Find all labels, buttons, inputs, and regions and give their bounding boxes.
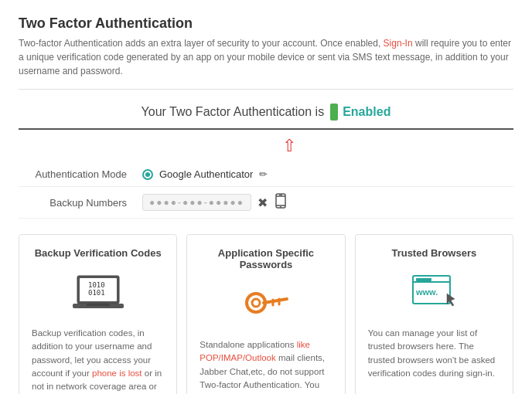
signin-link[interactable]: Sign-In (384, 38, 413, 49)
clear-icon[interactable]: ✖ (257, 195, 268, 210)
status-line: Your Two Factor Authentication is Enable… (19, 104, 513, 121)
page-title: Two Factor Authentication (19, 15, 513, 32)
svg-text:1010: 1010 (88, 281, 105, 289)
svg-point-3 (280, 206, 281, 208)
svg-rect-10 (87, 304, 110, 306)
status-section: Your Two Factor Authentication is Enable… (19, 104, 513, 130)
backup-codes-card: Backup Verification Codes 1010 0101 Back… (19, 234, 177, 394)
backup-numbers-masked: ●●●●-●●●-●●●●● (142, 194, 251, 211)
app-passwords-card: Application Specific Passwords Standalon… (186, 234, 345, 394)
trusted-browsers-card: Trusted Browsers www. You can manage you… (355, 234, 513, 394)
arrow-indicator: ⇧ (65, 138, 513, 155)
svg-rect-18 (416, 278, 431, 281)
svg-text:0101: 0101 (88, 289, 105, 297)
status-badge: Enabled (330, 104, 390, 121)
page-description: Two-factor Authentication adds an extra … (19, 36, 513, 90)
status-text: Enabled (343, 105, 390, 119)
status-prefix: Your Two Factor Authentication is (142, 105, 325, 119)
auth-mode-row: Authentication Mode Google Authenticator… (19, 162, 513, 187)
backup-numbers-label: Backup Numbers (19, 197, 142, 209)
edit-icon[interactable]: ✏ (259, 168, 268, 180)
app-passwords-icon (239, 281, 293, 328)
auth-mode-text: Google Authenticator (159, 168, 253, 180)
svg-point-12 (252, 299, 260, 307)
radio-button[interactable] (142, 169, 153, 180)
trusted-browsers-icon: www. (407, 270, 461, 316)
phone-icon[interactable] (274, 193, 288, 212)
cards-section: Backup Verification Codes 1010 0101 Back… (19, 234, 513, 394)
svg-line-13 (264, 299, 287, 303)
status-indicator (330, 104, 338, 121)
backup-numbers-row: Backup Numbers ●●●●-●●●-●●●●● ✖ (19, 187, 513, 219)
app-passwords-desc: Standalone applications like POP/IMAP/Ou… (200, 338, 332, 394)
backup-codes-desc: Backup verification codes, in addition t… (32, 327, 164, 394)
backup-codes-title: Backup Verification Codes (35, 247, 162, 259)
backup-codes-icon: 1010 0101 (71, 270, 125, 316)
auth-mode-value: Google Authenticator ✏ (142, 168, 268, 180)
backup-numbers-value: ●●●●-●●●-●●●●● ✖ (142, 193, 288, 212)
trusted-browsers-desc: You can manage your list of trusted brow… (368, 327, 500, 394)
app-passwords-title: Application Specific Passwords (200, 247, 332, 270)
svg-text:www.: www. (415, 287, 438, 297)
auth-mode-label: Authentication Mode (19, 168, 142, 180)
trusted-browsers-title: Trusted Browsers (391, 247, 476, 259)
